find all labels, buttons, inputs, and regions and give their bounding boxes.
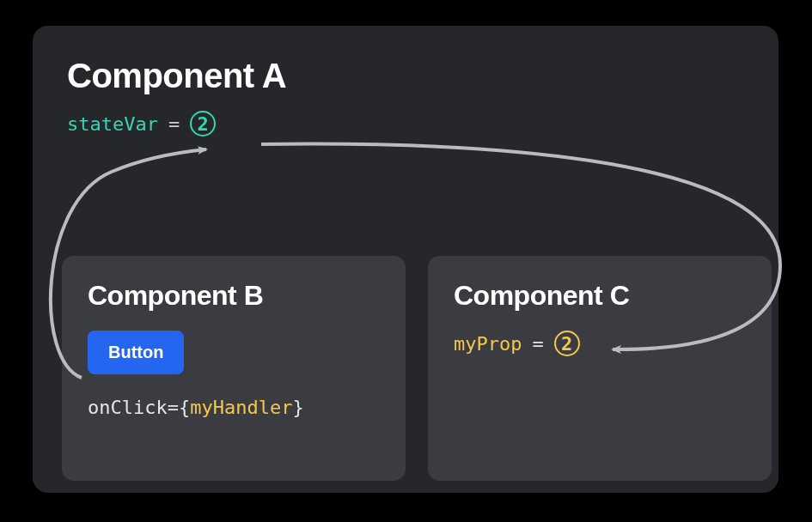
component-b-panel: Component B Button onClick={myHandler} bbox=[62, 256, 406, 481]
diagram-canvas: Component A stateVar = 2 Component B But… bbox=[0, 0, 812, 522]
component-c-title: Component C bbox=[454, 280, 746, 312]
component-c-panel: Component C myProp = 2 bbox=[428, 256, 772, 481]
onclick-code-line: onClick={myHandler} bbox=[88, 397, 380, 418]
state-var-name: stateVar bbox=[67, 113, 158, 135]
state-var-value-circle: 2 bbox=[190, 111, 216, 137]
state-var-equals: = bbox=[168, 113, 180, 135]
onclick-handler: myHandler bbox=[190, 397, 292, 418]
button-label: Button bbox=[108, 343, 163, 361]
component-a-title: Component A bbox=[67, 57, 744, 95]
state-var-value: 2 bbox=[198, 113, 209, 135]
state-var-line: stateVar = 2 bbox=[67, 111, 744, 137]
prop-line: myProp = 2 bbox=[454, 331, 746, 356]
onclick-suffix: } bbox=[292, 397, 303, 418]
prop-name: myProp bbox=[454, 333, 522, 355]
prop-equals: = bbox=[532, 333, 543, 355]
component-b-title: Component B bbox=[88, 280, 380, 312]
prop-value-circle: 2 bbox=[554, 331, 580, 356]
prop-value: 2 bbox=[561, 333, 572, 355]
button-element[interactable]: Button bbox=[88, 331, 184, 374]
onclick-prefix: onClick={ bbox=[88, 397, 190, 418]
